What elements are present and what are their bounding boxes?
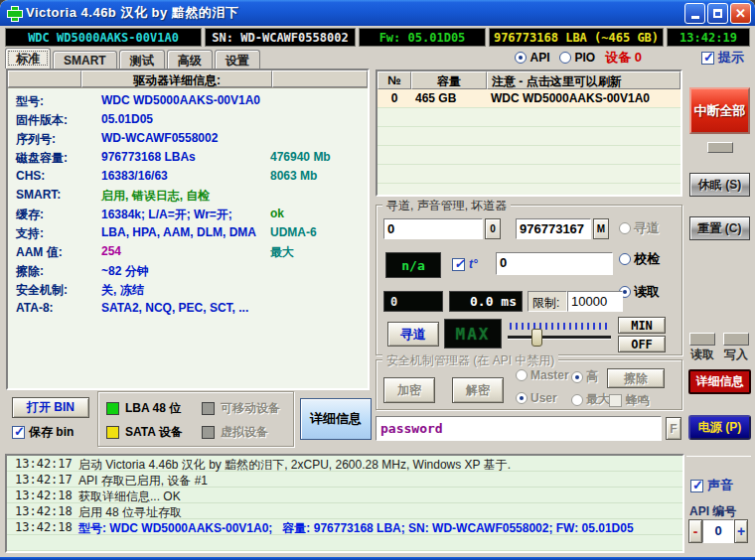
- slider-thumb[interactable]: [531, 329, 542, 347]
- titlebar[interactable]: Victoria 4.46b 汉化 by 黯然的泪下 ✕: [0, 0, 755, 26]
- virtual-indicator-icon: [202, 426, 215, 439]
- api-number-increment-button[interactable]: +: [734, 519, 748, 543]
- legend-virtual: 虚拟设备: [202, 424, 268, 441]
- minimize-button[interactable]: [684, 3, 705, 24]
- end-lba-input[interactable]: 976773167: [516, 218, 591, 239]
- passport-info-button[interactable]: 详细信息: [688, 369, 751, 394]
- power-button[interactable]: 电源 (P): [688, 415, 751, 440]
- drive-list-header[interactable]: № 容量 注意 - 点击这里可以刷新: [378, 71, 680, 89]
- log-entry: 13:42:18 启用 48 位寻址存取: [7, 503, 682, 519]
- maximize-button[interactable]: [707, 3, 728, 24]
- drive-row-empty: [378, 165, 680, 184]
- sleep-button[interactable]: 休眠 (S): [689, 173, 750, 197]
- col-capacity[interactable]: 容量: [411, 71, 487, 89]
- log-entry: 13:42:18 获取详细信息... OK: [7, 488, 682, 503]
- limit-input[interactable]: 10000: [567, 291, 623, 312]
- tab-settings[interactable]: 设置: [215, 50, 260, 69]
- sound-checkbox[interactable]: [690, 480, 703, 492]
- max-radio-label: 最大: [586, 391, 610, 408]
- seek-mode-radio[interactable]: [619, 222, 631, 234]
- api-number-label: API 编号: [689, 503, 736, 520]
- reset-button[interactable]: 重置 (C): [689, 216, 750, 240]
- detail-label: 型号:: [16, 93, 101, 112]
- temperature-checkbox[interactable]: [452, 258, 465, 271]
- close-button[interactable]: ✕: [730, 3, 751, 24]
- detail-value: 16384k; L/A=开; Wr=开;: [101, 207, 270, 225]
- log-text: API 存取已启用, 设备 #1: [73, 472, 682, 487]
- detail-value: 关, 冻结: [101, 282, 270, 301]
- drive-row-empty: [378, 146, 680, 165]
- log-text: 型号: WDC WD5000AAKS-00V1A0; 容量: 976773168…: [73, 519, 682, 534]
- counter-lcd: 0: [383, 291, 443, 312]
- busy-indicator: [707, 142, 733, 153]
- seek-button[interactable]: 寻道: [387, 322, 439, 347]
- detail-row-ata8: ATA-8:SATA2, NCQ, PEC, SCT, ...: [16, 301, 368, 320]
- open-bin-button[interactable]: 打开 BIN: [12, 397, 89, 418]
- log-row-empty: [7, 535, 682, 551]
- seek-mode-row: 寻道: [619, 219, 660, 237]
- detail-row-firmware: 固件版本:05.01D05: [16, 112, 368, 131]
- drive-row-number: 0: [378, 89, 411, 107]
- hint-checkbox[interactable]: [701, 52, 714, 65]
- seek-panel-title: 寻道, 声音管理, 坏道器: [382, 198, 511, 214]
- infobar-serial: SN: WD-WCAWF0558002: [205, 28, 356, 47]
- secure-erase-button: 擦除: [607, 368, 665, 388]
- drive-row-model: WDC WD5000AAKS-00V1A0: [487, 89, 680, 107]
- maximize-icon: [713, 9, 722, 18]
- col-note-refresh[interactable]: 注意 - 点击这里可以刷新: [487, 71, 680, 89]
- infobar-model: WDC WD5000AAKS-00V1A0: [5, 28, 202, 47]
- drive-row-0[interactable]: 0 465 GB WDC WD5000AAKS-00V1A0: [378, 89, 680, 108]
- save-bin-checkbox[interactable]: [12, 426, 25, 439]
- tab-advanced[interactable]: 高级: [167, 50, 213, 69]
- verify-mode-radio[interactable]: [619, 253, 631, 265]
- drive-details-header[interactable]: 驱动器详细信息:: [8, 70, 368, 88]
- tab-smart[interactable]: SMART: [53, 51, 117, 70]
- sata-indicator-icon: [106, 426, 119, 439]
- aam-slider[interactable]: [508, 323, 611, 349]
- write-led: [723, 333, 749, 346]
- high-radio: [571, 371, 583, 383]
- seek-panel: 寻道, 声音管理, 坏道器 0 0 976773167 M 寻道 校检 读取 坏…: [376, 205, 682, 355]
- api-radio[interactable]: [515, 52, 527, 64]
- temperature-input[interactable]: 0: [496, 252, 613, 275]
- end-lba-max-button[interactable]: M: [593, 218, 609, 239]
- detail-row-smart: SMART:启用, 错误日志, 自检: [16, 188, 368, 207]
- verify-mode-label: 校检: [634, 250, 660, 268]
- detail-label: 安全机制:: [16, 282, 101, 301]
- start-lba-input[interactable]: 0: [383, 218, 483, 239]
- api-radio-label: API: [529, 51, 549, 65]
- detail-value: 254: [101, 244, 270, 263]
- pio-radio[interactable]: [559, 52, 571, 64]
- detail-value: WD-WCAWF0558002: [101, 131, 270, 150]
- api-number-decrement-button[interactable]: -: [688, 519, 702, 543]
- password-input[interactable]: [376, 416, 662, 441]
- password-row: F: [376, 416, 682, 441]
- detail-value: ~82 分钟: [101, 263, 270, 282]
- log-time: 13:42:18: [7, 488, 73, 502]
- detail-row-capacity: 磁盘容量:976773168 LBAs476940 Mb: [16, 150, 368, 169]
- detail-label: 磁盘容量:: [16, 150, 101, 169]
- start-lba-reset-button[interactable]: 0: [485, 218, 501, 239]
- tab-standard[interactable]: 标准: [5, 48, 51, 69]
- log-time: 13:42:17: [7, 456, 73, 471]
- tab-test[interactable]: 测试: [119, 50, 165, 69]
- security-panel-title: 安全机制管理器 (在 API 中禁用): [382, 352, 558, 369]
- bin-controls: 打开 BIN 保存 bin LBA 48 位 SATA 设备 可移动设备 虚拟设…: [6, 391, 370, 449]
- detail-extra: 476940 Mb: [270, 150, 368, 169]
- col-number[interactable]: №: [378, 71, 411, 89]
- log-time: 13:42:18: [7, 503, 73, 518]
- pio-radio-label: PIO: [574, 51, 595, 65]
- detail-value: SATA2, NCQ, PEC, SCT, ...: [101, 301, 270, 320]
- save-bin-row: 保存 bin: [12, 424, 74, 441]
- log-panel[interactable]: 13:42:17 启动 Victoria 4.46b 汉化 by 黯然的泪下, …: [5, 454, 684, 553]
- legend-removable: 可移动设备: [202, 400, 280, 417]
- infobar-capacity: 976773168 LBA (~465 GB): [489, 28, 664, 47]
- aam-min-button[interactable]: MIN: [618, 317, 666, 334]
- log-entry: 13:42:17 API 存取已启用, 设备 #1: [7, 472, 682, 488]
- passport-button[interactable]: 详细信息: [300, 398, 372, 440]
- read-mode-row: 读取: [619, 283, 660, 301]
- sound-label: 声音: [707, 477, 733, 494]
- break-all-button[interactable]: 中断全部: [689, 87, 750, 134]
- aam-off-button[interactable]: OFF: [618, 336, 666, 352]
- detail-row-chs: CHS:16383/16/638063 Mb: [16, 169, 368, 188]
